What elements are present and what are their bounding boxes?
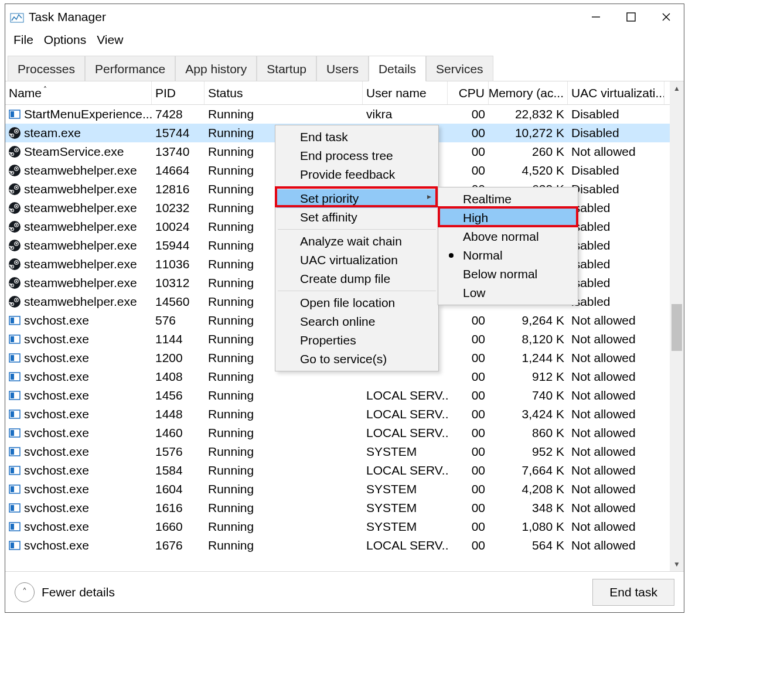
menu-item-uac-virtualization[interactable]: UAC virtualization — [277, 251, 437, 269]
table-row[interactable]: svchost.exe1660RunningSYSTEM001,080 KNot… — [5, 517, 684, 536]
column-header[interactable]: Name˄ — [5, 81, 152, 104]
column-header[interactable]: User name — [363, 81, 448, 104]
column-header[interactable]: CPU — [448, 81, 489, 104]
fewer-details-button[interactable]: ˄ Fewer details — [15, 582, 115, 602]
menu-view[interactable]: View — [93, 30, 127, 49]
cell-pid: 12816 — [152, 180, 204, 199]
cell-name: steamwebhelper.exe — [5, 255, 152, 274]
menu-item-properties[interactable]: Properties — [277, 331, 437, 350]
tab-users[interactable]: Users — [316, 56, 369, 81]
menu-item-create-dump-file[interactable]: Create dump file — [277, 269, 437, 288]
column-header[interactable]: Status — [204, 81, 363, 104]
cell-uac: isabled — [568, 274, 664, 292]
cell-pid: 1604 — [152, 480, 204, 499]
cell-mem: 10,272 K — [489, 124, 568, 142]
cell-status: Running — [204, 105, 363, 124]
titlebar: Task Manager — [5, 4, 684, 30]
menu-item-set-priority[interactable]: Set priority▸ — [277, 189, 437, 208]
end-task-button[interactable]: End task — [592, 579, 674, 606]
table-row[interactable]: StartMenuExperience...7428Runningvikra00… — [5, 105, 684, 124]
cell-uac: Not allowed — [568, 442, 664, 461]
priority-submenu: RealtimeHighAbove normalNormalBelow norm… — [438, 187, 578, 305]
table-row[interactable]: svchost.exe1448RunningLOCAL SERV...003,4… — [5, 405, 684, 424]
vertical-scrollbar[interactable]: ▲ ▼ — [670, 81, 684, 571]
tab-performance[interactable]: Performance — [85, 56, 175, 81]
column-header[interactable]: UAC virtualizati... — [568, 81, 664, 104]
cell-pid: 15744 — [152, 124, 204, 142]
menu-item-end-task[interactable]: End task — [277, 128, 437, 146]
table-row[interactable]: svchost.exe1604RunningSYSTEM004,208 KNot… — [5, 480, 684, 499]
column-header[interactable]: Memory (ac... — [489, 81, 568, 104]
svg-point-17 — [9, 165, 21, 176]
table-row[interactable]: svchost.exe1460RunningLOCAL SERV...00860… — [5, 424, 684, 442]
cell-uac: Not allowed — [568, 499, 664, 517]
tab-startup[interactable]: Startup — [257, 56, 316, 81]
service-icon — [9, 408, 21, 420]
cell-name: steamwebhelper.exe — [5, 161, 152, 180]
maximize-button[interactable] — [613, 4, 649, 30]
menu-item-analyze-wait-chain[interactable]: Analyze wait chain — [277, 232, 437, 251]
cell-name: steamwebhelper.exe — [5, 217, 152, 236]
cell-status: Running — [204, 405, 363, 424]
cell-name: steamwebhelper.exe — [5, 236, 152, 255]
tab-services[interactable]: Services — [426, 56, 493, 81]
svg-rect-80 — [11, 524, 14, 530]
priority-below-normal[interactable]: Below normal — [439, 265, 577, 284]
minimize-button[interactable] — [578, 4, 613, 30]
menu-item-provide-feedback[interactable]: Provide feedback — [277, 165, 437, 184]
cell-uac: Not allowed — [568, 367, 664, 386]
cell-uac: Not allowed — [568, 405, 664, 424]
cell-pid: 1660 — [152, 517, 204, 536]
svg-point-24 — [16, 187, 18, 189]
cell-cpu: 00 — [448, 424, 489, 442]
cell-status: Running — [204, 517, 363, 536]
table-row[interactable]: svchost.exe1456RunningLOCAL SERV...00740… — [5, 386, 684, 405]
cell-cpu: 00 — [448, 517, 489, 536]
menu-separator — [278, 229, 436, 230]
cell-uac: isabled — [568, 292, 664, 311]
table-row[interactable]: svchost.exe1676RunningLOCAL SERV...00564… — [5, 536, 684, 555]
menu-item-search-online[interactable]: Search online — [277, 312, 437, 331]
scroll-up-arrow-icon[interactable]: ▲ — [670, 81, 684, 95]
steam-icon — [9, 183, 21, 195]
cell-status: Running — [204, 442, 363, 461]
close-button[interactable] — [649, 4, 684, 30]
tab-processes[interactable]: Processes — [8, 56, 85, 81]
table-row[interactable]: svchost.exe1576RunningSYSTEM00952 KNot a… — [5, 442, 684, 461]
scroll-thumb[interactable] — [671, 304, 682, 351]
cell-name: svchost.exe — [5, 311, 152, 330]
cell-uac: Not allowed — [568, 461, 664, 480]
tab-details[interactable]: Details — [369, 56, 426, 81]
cell-uac: Not allowed — [568, 142, 664, 161]
menu-item-set-affinity[interactable]: Set affinity — [277, 208, 437, 227]
cell-status: Running — [204, 536, 363, 555]
svg-rect-82 — [11, 543, 14, 548]
svg-rect-60 — [11, 336, 14, 342]
cell-user: SYSTEM — [363, 442, 448, 461]
table-row[interactable]: svchost.exe1584RunningLOCAL SERV...007,6… — [5, 461, 684, 480]
cell-uac: Not allowed — [568, 349, 664, 367]
cell-pid: 14664 — [152, 161, 204, 180]
cell-cpu: 00 — [448, 161, 489, 180]
scroll-down-arrow-icon[interactable]: ▼ — [670, 557, 684, 571]
priority-normal[interactable]: Normal — [439, 246, 577, 265]
priority-low[interactable]: Low — [439, 284, 577, 302]
priority-above-normal[interactable]: Above normal — [439, 227, 577, 246]
table-row[interactable]: svchost.exe1616RunningSYSTEM00348 KNot a… — [5, 499, 684, 517]
steam-icon — [9, 127, 21, 139]
menu-item-end-process-tree[interactable]: End process tree — [277, 146, 437, 165]
priority-high[interactable]: High — [439, 209, 577, 227]
menu-item-go-to-service-s-[interactable]: Go to service(s) — [277, 350, 437, 369]
cell-user: LOCAL SERV... — [363, 386, 448, 405]
service-icon — [9, 465, 21, 476]
menu-file[interactable]: File — [10, 30, 37, 49]
priority-realtime[interactable]: Realtime — [439, 190, 577, 209]
svg-rect-72 — [11, 449, 14, 455]
column-header[interactable]: PID — [152, 81, 204, 104]
menu-options[interactable]: Options — [40, 30, 90, 49]
svg-point-37 — [9, 240, 21, 251]
svg-rect-2 — [627, 13, 635, 21]
cell-pid: 1616 — [152, 499, 204, 517]
tab-app-history[interactable]: App history — [175, 56, 257, 81]
menu-item-open-file-location[interactable]: Open file location — [277, 294, 437, 312]
